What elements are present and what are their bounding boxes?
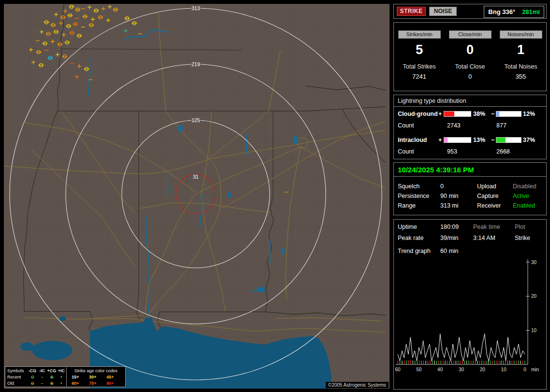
trend-label-row: Trend graph 60 min — [394, 248, 546, 256]
x-tick-label: 0 — [523, 367, 526, 372]
trend-window-value: 60 min — [440, 248, 459, 254]
y-tick-label: 20 — [531, 294, 537, 299]
range-label: Range — [398, 202, 416, 209]
status-section: 10/24/2025 4:39:16 PM Squelch 0 Upload D… — [393, 162, 547, 215]
strikes-per-min-header: Strikes/min — [398, 30, 441, 39]
x-tick-label: 10 — [501, 367, 507, 372]
capture-label: Capture — [477, 193, 498, 199]
plus-sign: + — [438, 111, 442, 117]
legend-symbols-header: Symbols — [5, 368, 28, 373]
cg-negative-bar — [496, 111, 521, 117]
x-tick-label: 40 — [437, 367, 443, 372]
age-code-75: 75+ — [84, 381, 101, 386]
squelch-value: 0 — [440, 183, 444, 190]
circle-minus-icon: ⊖ — [28, 381, 37, 386]
x-axis-unit: min — [531, 367, 539, 372]
receiver-value: Enabled — [513, 202, 535, 209]
minus-sign: − — [491, 111, 494, 117]
status-row: Range 313 mi Receiver Enabled — [394, 202, 546, 212]
legend-type-ic-pos: +IC — [57, 368, 66, 373]
ring-distance-label: 125 — [191, 117, 200, 123]
circle-minus-icon: ⊖ — [28, 375, 37, 379]
cg-negative-fill — [496, 112, 499, 116]
legend-type-cg-neg: -CG — [28, 368, 37, 373]
map-legend: Symbols -CG -IC +CG +IC Strike age color… — [5, 366, 126, 387]
cloud-ground-row: Cloud-ground + 38% − 12% — [394, 111, 546, 118]
total-strikes-label: Total Strikes — [394, 63, 445, 70]
persistence-label: Persistence — [398, 193, 429, 199]
range-value: 313 mi — [440, 202, 459, 209]
cg-positive-fill — [444, 112, 454, 116]
plot-value: Strike — [515, 235, 530, 241]
peak-time-label: Peak time — [473, 224, 500, 230]
upload-value: Disabled — [513, 183, 536, 190]
age-code-45: 45+ — [101, 375, 119, 379]
ic-negative-percent: 37% — [523, 137, 535, 143]
intracloud-row: Intracloud + 13% − 37% — [394, 137, 546, 144]
age-code-30: 30+ — [84, 375, 101, 379]
capture-value: Active — [513, 193, 529, 199]
lake-pontchartrain — [32, 341, 72, 360]
trend-section: Uptime 180:09 Peak time Plot Peak rate 3… — [393, 219, 547, 390]
age-code-15: 15+ — [67, 375, 84, 379]
x-tick-label: 30 — [459, 367, 464, 372]
plot-label: Plot — [515, 224, 525, 230]
noises-column: Noises/min 1 Total Noises 355 — [495, 23, 546, 91]
strikes-per-min-value: 5 — [394, 42, 445, 57]
noises-per-min-value: 1 — [495, 42, 546, 57]
legend-old-label: Old — [5, 381, 28, 386]
ring-distance-label: 313 — [191, 5, 200, 11]
plus-sign: + — [438, 137, 442, 143]
datetime-display: 10/24/2025 4:39:16 PM — [394, 163, 546, 177]
peak-rate-value: 39/min — [440, 235, 459, 241]
bearing-value: Bng 336° — [488, 8, 515, 15]
cg-positive-count: 2743 — [447, 122, 461, 129]
noises-per-min-header: Noises/min — [500, 30, 542, 39]
total-close-value: 0 — [445, 73, 495, 80]
persistence-value: 90 min — [440, 193, 459, 199]
stats-row: Uptime 180:09 Peak time Plot — [394, 224, 546, 232]
trend-line — [398, 334, 525, 361]
bearing-distance: 281mi — [522, 8, 540, 15]
close-per-min-header: Close/min — [449, 30, 492, 39]
count-label: Count — [398, 122, 414, 129]
cg-negative-count: 877 — [496, 122, 507, 129]
minus-sign: − — [491, 137, 494, 143]
control-panel: STRIKE NOISE Bng 336° 281mi Strikes/min … — [392, 0, 550, 392]
stats-row: Peak rate 39/min 3:14 AM Strike — [394, 235, 546, 243]
ic-negative-fill — [496, 138, 506, 142]
age-code-90: 90+ — [101, 381, 119, 386]
ring-distance-label: 219 — [191, 61, 200, 67]
x-tick-label: 50 — [416, 367, 422, 372]
ic-negative-bar — [496, 137, 521, 143]
noise-indicator-button[interactable]: NOISE — [429, 7, 457, 16]
squelch-label: Squelch — [398, 183, 420, 190]
close-column: Close/min 0 Total Close 0 — [445, 23, 495, 91]
total-noises-label: Total Noises — [495, 63, 546, 70]
plus-icon: + — [57, 375, 66, 379]
ic-positive-fill — [444, 138, 448, 142]
uptime-label: Uptime — [398, 224, 417, 230]
peak-rate-label: Peak rate — [398, 235, 424, 241]
lightning-distribution-section: Lightning type distribution Cloud-ground… — [393, 95, 547, 159]
distribution-title: Lightning type distribution — [394, 95, 546, 107]
strike-indicator-button[interactable]: STRIKE — [397, 7, 426, 16]
minus-icon: − — [37, 375, 47, 379]
upload-label: Upload — [477, 183, 496, 190]
count-label: Count — [398, 148, 414, 155]
legend-recent-row: Recent ⊖ − ⊕ + 15+ 30+ 45+ — [5, 374, 125, 380]
cloud-ground-label: Cloud-ground — [398, 111, 438, 117]
cg-positive-bar — [444, 111, 471, 117]
lightning-map[interactable]: 31321912531 Symbols -CG -IC +CG +IC Stri… — [4, 4, 390, 389]
close-per-min-value: 0 — [445, 42, 495, 57]
circle-plus-icon: ⊕ — [47, 381, 57, 386]
trend-graph: 1020306050403020100min — [394, 257, 546, 388]
uptime-value: 180:09 — [440, 224, 459, 230]
x-tick-label: 60 — [395, 367, 401, 372]
ic-negative-count: 2668 — [496, 148, 510, 155]
ring-distance-label: 31 — [193, 174, 199, 180]
receiver-label: Receiver — [477, 202, 501, 209]
rate-counters-section: Strikes/min 5 Total Strikes 7241 Close/m… — [393, 22, 547, 91]
total-noises-value: 355 — [495, 73, 546, 80]
nexstorm-app-window: { "map": { "background_color": "#5e534c"… — [0, 0, 550, 392]
